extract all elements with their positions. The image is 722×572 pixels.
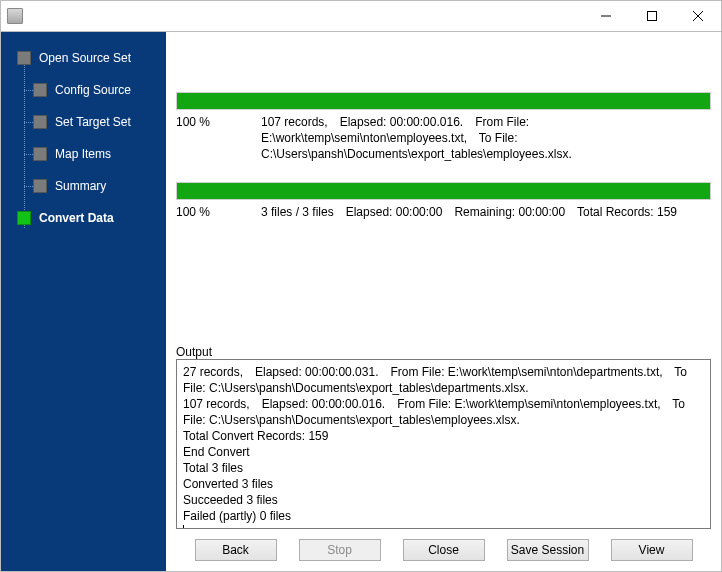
wizard-sidebar: Open Source Set Config Source Set Target… — [1, 31, 166, 571]
step-label: Convert Data — [39, 211, 114, 225]
step-marker-icon — [33, 147, 47, 161]
main-panel: 100 % 107 records, Elapsed: 00:00:00.016… — [166, 31, 721, 571]
step-label: Map Items — [55, 147, 111, 161]
step-set-target-set[interactable]: Set Target Set — [1, 106, 166, 138]
close-button[interactable]: Close — [403, 539, 485, 561]
step-open-source-set[interactable]: Open Source Set — [1, 42, 166, 74]
output-log-text: 27 records, Elapsed: 00:00:00.031. From … — [183, 365, 690, 523]
step-summary[interactable]: Summary — [1, 170, 166, 202]
output-label: Output — [176, 335, 711, 359]
svg-rect-1 — [648, 12, 657, 21]
step-marker-icon — [33, 179, 47, 193]
close-window-button[interactable] — [675, 1, 721, 31]
step-marker-icon — [17, 51, 31, 65]
progress-area: 100 % 107 records, Elapsed: 00:00:00.016… — [176, 42, 711, 220]
step-config-source[interactable]: Config Source — [1, 74, 166, 106]
total-progress-details: 3 files / 3 files Elapsed: 00:00:00 Rema… — [261, 204, 711, 220]
window-controls — [583, 1, 721, 31]
file-progress-fill — [177, 93, 710, 109]
file-progress-status: 100 % 107 records, Elapsed: 00:00:00.016… — [176, 114, 711, 162]
minimize-button[interactable] — [583, 1, 629, 31]
step-marker-icon — [33, 115, 47, 129]
titlebar-left — [7, 8, 27, 24]
total-progress-percent: 100 % — [176, 204, 261, 220]
file-progress-bar — [176, 92, 711, 110]
wizard-buttons: Back Stop Close Save Session View — [176, 529, 711, 565]
step-label: Config Source — [55, 83, 131, 97]
app-icon — [7, 8, 23, 24]
file-progress-details: 107 records, Elapsed: 00:00:00.016. From… — [261, 114, 711, 162]
step-label: Summary — [55, 179, 106, 193]
step-label: Set Target Set — [55, 115, 131, 129]
step-marker-icon — [17, 211, 31, 225]
view-button[interactable]: View — [611, 539, 693, 561]
step-label: Open Source Set — [39, 51, 131, 65]
maximize-button[interactable] — [629, 1, 675, 31]
total-progress-fill — [177, 183, 710, 199]
step-convert-data[interactable]: Convert Data — [1, 202, 166, 234]
step-map-items[interactable]: Map Items — [1, 138, 166, 170]
titlebar[interactable] — [1, 1, 721, 31]
output-log[interactable]: 27 records, Elapsed: 00:00:00.031. From … — [176, 359, 711, 529]
save-session-button[interactable]: Save Session — [507, 539, 589, 561]
stop-button[interactable]: Stop — [299, 539, 381, 561]
total-progress-bar — [176, 182, 711, 200]
body: Open Source Set Config Source Set Target… — [1, 31, 721, 571]
app-window: Open Source Set Config Source Set Target… — [0, 0, 722, 572]
total-progress-status: 100 % 3 files / 3 files Elapsed: 00:00:0… — [176, 204, 711, 220]
step-marker-icon — [33, 83, 47, 97]
file-progress-percent: 100 % — [176, 114, 261, 162]
back-button[interactable]: Back — [195, 539, 277, 561]
